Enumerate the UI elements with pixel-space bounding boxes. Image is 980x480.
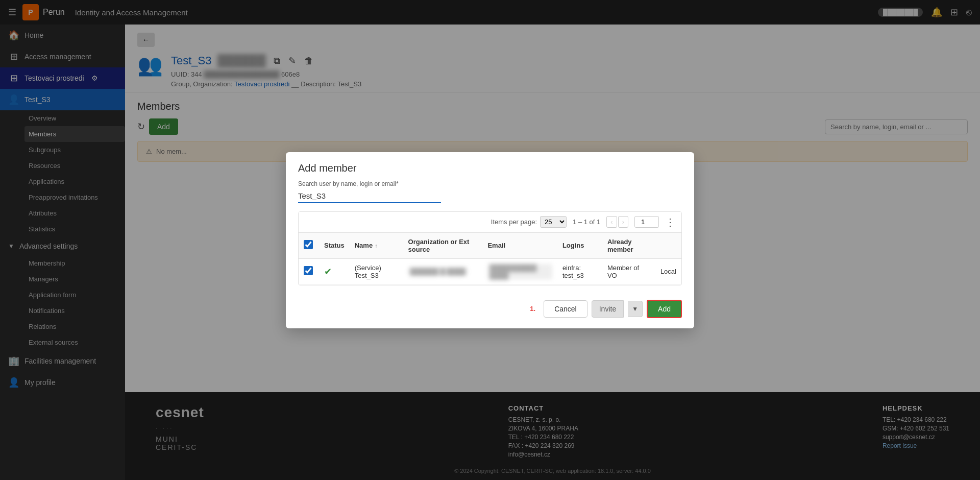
dialog-search-input[interactable] (298, 189, 441, 203)
results-table: Status Name ↑ Organization or Ext source… (299, 233, 681, 285)
prev-page-button[interactable]: ‹ (606, 216, 617, 228)
row-already-member-cell: Member of VO (602, 258, 655, 284)
number-badge: 1. (530, 305, 535, 313)
status-ok-icon: ✔ (324, 267, 332, 277)
row-status-cell: ✔ (319, 258, 350, 284)
pagination-buttons: ‹ › (606, 216, 628, 228)
row-local-cell: Local (655, 258, 681, 284)
invite-button[interactable]: Invite (592, 300, 624, 318)
col-org: Organization or Ext source (403, 233, 483, 259)
row-name-cell: (Service) Test_S3 (350, 258, 403, 284)
dialog-footer: 1. Cancel Invite▼ Add (286, 294, 694, 328)
col-status: Status (319, 233, 350, 259)
select-all-checkbox[interactable] (304, 240, 313, 249)
dialog-body: Search user by name, login or email* Ite… (286, 180, 694, 294)
table-row: ✔ (Service) Test_S3 ██████ █ ████ ██████… (299, 258, 681, 284)
cancel-button[interactable]: Cancel (544, 300, 587, 318)
col-name: Name ↑ (350, 233, 403, 259)
next-page-button[interactable]: › (618, 216, 628, 228)
items-per-page-select[interactable]: 25 50 100 (540, 216, 567, 228)
row-checkbox-cell (299, 258, 319, 284)
email-blurred: ██████████ ████ (487, 264, 552, 279)
row-checkbox[interactable] (304, 266, 313, 275)
add-member-dialog: Add member Search user by name, login or… (286, 152, 694, 328)
row-email-cell: ██████████ ████ (482, 258, 557, 284)
col-already-member: Already member (602, 233, 655, 259)
row-org-cell: ██████ █ ████ (403, 258, 483, 284)
org-blurred: ██████ █ ████ (408, 268, 468, 275)
page-number-input[interactable] (634, 216, 659, 228)
add-button[interactable]: Add (647, 300, 682, 318)
items-per-page: Items per page: 25 50 100 (491, 216, 567, 228)
col-logins: Logins (557, 233, 602, 259)
modal-overlay: Add member Search user by name, login or… (0, 0, 980, 480)
col-local (655, 233, 681, 259)
search-label: Search user by name, login or email* (298, 180, 682, 187)
results-container: Items per page: 25 50 100 1 – 1 of 1 ‹ ›… (298, 211, 682, 285)
table-toolbar: Items per page: 25 50 100 1 – 1 of 1 ‹ ›… (299, 212, 681, 233)
more-options-button[interactable]: ⋮ (665, 216, 675, 228)
row-logins-cell: einfra: test_s3 (557, 258, 602, 284)
pagination-info: 1 – 1 of 1 (573, 218, 600, 226)
col-email: Email (482, 233, 557, 259)
dialog-header: Add member (286, 152, 694, 180)
invite-caret-button[interactable]: ▼ (628, 301, 643, 317)
dialog-title: Add member (298, 162, 682, 174)
col-select-all (299, 233, 319, 259)
